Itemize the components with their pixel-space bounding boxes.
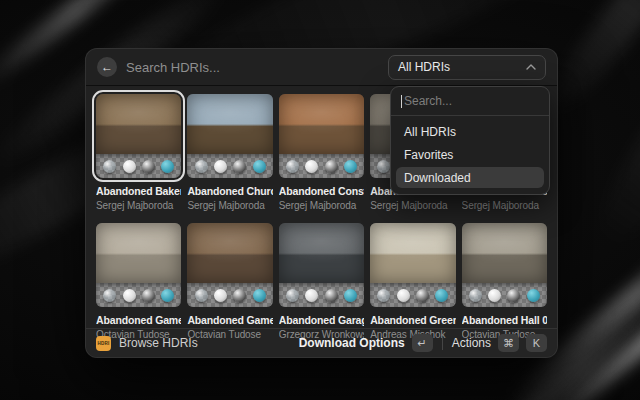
k-key-badge: K (526, 334, 547, 352)
hdri-thumbnail (187, 94, 272, 178)
hdri-card[interactable]: Abandoned Greenho... Andreas Mischok (370, 223, 455, 340)
material-preview-strip (187, 154, 272, 178)
hdri-panorama (462, 223, 547, 283)
diffuse-sphere-icon (214, 289, 227, 302)
chrome-sphere-icon (325, 160, 338, 173)
glass-sphere-icon (195, 160, 208, 173)
diffuse-sphere-icon (397, 289, 410, 302)
chrome-sphere-icon (325, 289, 338, 302)
hdri-author: Sergej Majboroda (279, 200, 364, 211)
hdri-panorama (96, 94, 181, 154)
filter-dropdown-button[interactable]: All HDRIs (388, 55, 546, 80)
hdri-thumbnail (96, 223, 181, 307)
hdri-card[interactable]: Abandoned Games R... Octavian Tudose (187, 223, 272, 340)
chrome-sphere-icon (233, 289, 246, 302)
teal-sphere-icon (344, 289, 357, 302)
chevron-up-icon (526, 64, 536, 70)
hdri-card[interactable]: Abandoned Church Sergej Majboroda (187, 94, 272, 211)
teal-sphere-icon (253, 289, 266, 302)
teal-sphere-icon (527, 289, 540, 302)
hdri-card[interactable]: Abandoned Hall 01 Octavian Tudose (462, 223, 547, 340)
diffuse-sphere-icon (488, 289, 501, 302)
glass-sphere-icon (195, 289, 208, 302)
hdri-panorama (279, 223, 364, 283)
hdri-panorama (370, 223, 455, 283)
dropdown-option-all-hdris[interactable]: All HDRIs (396, 121, 544, 142)
material-preview-strip (370, 283, 455, 307)
material-preview-strip (462, 283, 547, 307)
chrome-sphere-icon (507, 289, 520, 302)
hdri-title: Abandoned Games R... (96, 314, 181, 326)
hdri-author: Sergej Majboroda (370, 200, 455, 211)
search-input[interactable]: Search HDRIs... (126, 60, 388, 75)
material-preview-strip (187, 283, 272, 307)
hdri-card[interactable]: Abandoned Garage Grzegorz Wronkowski (279, 223, 364, 340)
action-bar: HDRI Browse HDRIs Download Options ↵ Act… (86, 328, 557, 357)
hdri-author: Sergej Majboroda (462, 200, 547, 211)
glass-sphere-icon (286, 160, 299, 173)
material-preview-strip (96, 154, 181, 178)
hdri-thumbnail (187, 223, 272, 307)
hdri-thumbnail (462, 223, 547, 307)
teal-sphere-icon (161, 289, 174, 302)
chrome-sphere-icon (142, 289, 155, 302)
dropdown-search-input[interactable]: Search... (391, 87, 549, 116)
glass-sphere-icon (103, 289, 116, 302)
glass-sphere-icon (377, 160, 390, 173)
filter-dropdown-menu: Search... All HDRIsFavoritesDownloaded (390, 86, 550, 195)
glass-sphere-icon (469, 289, 482, 302)
download-options-button[interactable]: Download Options (299, 336, 405, 350)
text-caret (401, 95, 402, 108)
diffuse-sphere-icon (123, 289, 136, 302)
hdri-title: Abandoned Construc... (279, 185, 364, 197)
hdri-thumbnail (96, 94, 181, 178)
hdri-thumbnail (279, 223, 364, 307)
actions-button[interactable]: Actions (452, 336, 491, 350)
dropdown-options: All HDRIsFavoritesDownloaded (391, 116, 549, 194)
hdri-author: Sergej Majboroda (187, 200, 272, 211)
diffuse-sphere-icon (123, 160, 136, 173)
dropdown-option-favorites[interactable]: Favorites (396, 144, 544, 165)
hdri-thumbnail (279, 94, 364, 178)
hdri-title: Abandoned Greenho... (370, 314, 455, 326)
app-identity: HDRI Browse HDRIs (96, 336, 198, 351)
hdri-title: Abandoned Hall 01 (462, 314, 547, 326)
hdri-title: Abandoned Garage (279, 314, 364, 326)
command-key-badge: ⌘ (498, 334, 519, 352)
diffuse-sphere-icon (305, 289, 318, 302)
hdri-panorama (279, 94, 364, 154)
footer-divider (442, 336, 443, 350)
chrome-sphere-icon (233, 160, 246, 173)
enter-key-badge: ↵ (412, 334, 433, 352)
glass-sphere-icon (377, 289, 390, 302)
teal-sphere-icon (161, 160, 174, 173)
chrome-sphere-icon (416, 289, 429, 302)
search-header: ← Search HDRIs... All HDRIs (86, 49, 557, 86)
glass-sphere-icon (286, 289, 299, 302)
teal-sphere-icon (435, 289, 448, 302)
teal-sphere-icon (344, 160, 357, 173)
app-name-label: Browse HDRIs (119, 336, 198, 350)
hdri-card[interactable]: Abandoned Bakery Sergej Majboroda (96, 94, 181, 211)
hdri-thumbnail (370, 223, 455, 307)
material-preview-strip (96, 283, 181, 307)
hdri-browser-window: ← Search HDRIs... All HDRIs Abandoned Ba… (85, 48, 558, 358)
dropdown-option-downloaded[interactable]: Downloaded (396, 167, 544, 188)
teal-sphere-icon (253, 160, 266, 173)
hdri-panorama (187, 223, 272, 283)
glass-sphere-icon (103, 160, 116, 173)
diffuse-sphere-icon (305, 160, 318, 173)
material-preview-strip (279, 154, 364, 178)
material-preview-strip (279, 283, 364, 307)
hdri-title: Abandoned Bakery (96, 185, 181, 197)
hdri-panorama (96, 223, 181, 283)
hdri-title: Abandoned Games R... (187, 314, 272, 326)
hdri-card[interactable]: Abandoned Construc... Sergej Majboroda (279, 94, 364, 211)
hdri-card[interactable]: Abandoned Games R... Octavian Tudose (96, 223, 181, 340)
diffuse-sphere-icon (214, 160, 227, 173)
back-button[interactable]: ← (97, 57, 117, 77)
hdri-panorama (187, 94, 272, 154)
hdri-author: Sergej Majboroda (96, 200, 181, 211)
hdri-title: Abandoned Church (187, 185, 272, 197)
dropdown-search-placeholder: Search... (404, 94, 452, 108)
